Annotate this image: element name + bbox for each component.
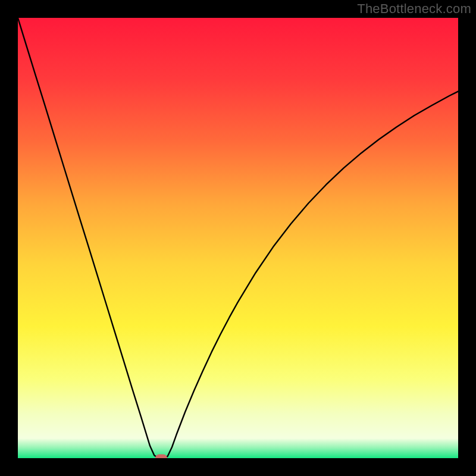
optimum-marker [155,455,167,459]
plot-area [18,18,458,458]
chart-container: TheBottleneck.com [0,0,476,476]
chart-svg [18,18,458,458]
watermark-text: TheBottleneck.com [357,1,471,17]
gradient-background [18,18,458,458]
